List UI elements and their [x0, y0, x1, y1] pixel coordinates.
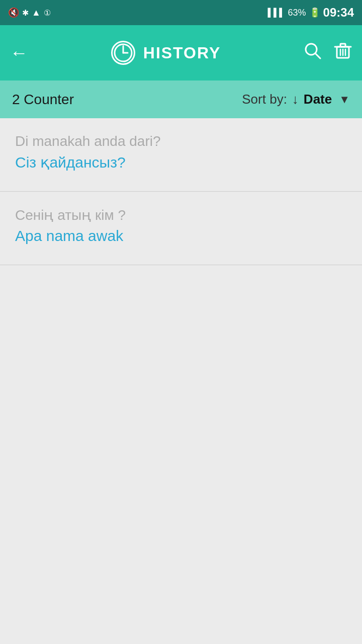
sort-arrow-icon: ↓ — [292, 92, 299, 107]
translation-text: Apa nama awak — [15, 227, 347, 245]
app-bar: ← HISTORY — [0, 25, 362, 80]
dropdown-icon[interactable]: ▼ — [339, 93, 350, 106]
sim1-icon: ① — [44, 8, 51, 18]
status-time: 09:34 — [323, 6, 354, 20]
app-bar-actions — [304, 42, 352, 64]
svg-point-0 — [115, 44, 132, 61]
search-icon[interactable] — [304, 42, 322, 64]
signal-icon: ▌▌▌ — [268, 8, 285, 17]
list-divider — [0, 265, 362, 265]
delete-icon[interactable] — [334, 42, 352, 64]
svg-rect-7 — [340, 44, 345, 47]
sort-value: Date — [304, 92, 332, 107]
back-button[interactable]: ← — [10, 42, 28, 63]
battery-icon: 🔋 — [309, 7, 320, 18]
list-item[interactable]: Di manakah anda dari? Сіз қайдансыз? — [0, 118, 362, 191]
clock-icon — [111, 41, 135, 65]
wifi-icon: ▲ — [32, 8, 41, 18]
source-text: Сенің атың кім ? — [15, 207, 347, 223]
status-bar-right: ▌▌▌ 63% 🔋 09:34 — [268, 6, 354, 20]
app-bar-title-area: HISTORY — [38, 41, 294, 65]
battery-percent: 63% — [288, 8, 306, 18]
sort-label: Sort by: — [242, 92, 287, 107]
filter-bar: 2 Counter Sort by: ↓ Date ▼ — [0, 80, 362, 118]
status-bar: 🔇 ✱ ▲ ① ▌▌▌ 63% 🔋 09:34 — [0, 0, 362, 25]
bluetooth-icon: ✱ — [22, 8, 29, 18]
clock-svg — [114, 43, 133, 62]
mute-icon: 🔇 — [8, 7, 19, 18]
svg-line-4 — [315, 53, 320, 58]
list-item[interactable]: Сенің атың кім ? Apa nama awak — [0, 192, 362, 265]
history-list: Di manakah anda dari? Сіз қайдансыз? Сен… — [0, 118, 362, 644]
counter-label: 2 Counter — [12, 92, 74, 108]
status-bar-left: 🔇 ✱ ▲ ① — [8, 7, 51, 18]
source-text: Di manakah anda dari? — [15, 133, 347, 149]
translation-text: Сіз қайдансыз? — [15, 153, 347, 171]
app-bar-title: HISTORY — [143, 44, 221, 62]
sort-control[interactable]: Sort by: ↓ Date ▼ — [242, 92, 350, 107]
